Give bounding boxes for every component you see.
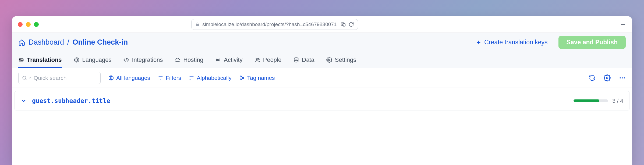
translation-key-name: guest.subheader.title — [32, 97, 110, 104]
activity-icon — [215, 57, 221, 63]
tool-link-label: Tag names — [247, 75, 275, 81]
svg-point-14 — [294, 58, 298, 59]
svg-point-12 — [256, 58, 257, 60]
browser-window: simplelocalize.io/dashboard/projects/?ha… — [12, 16, 632, 165]
svg-line-30 — [241, 78, 243, 79]
database-icon — [293, 57, 299, 63]
svg-text:A文: A文 — [19, 59, 23, 61]
translation-key-row[interactable]: guest.subheader.title 3 / 4 — [15, 91, 629, 110]
browser-toolbar: simplelocalize.io/dashboard/projects/?ha… — [12, 16, 632, 33]
tab-label: Integrations — [132, 56, 163, 63]
filters-button[interactable]: Filters — [158, 75, 181, 81]
tool-link-label: Filters — [166, 75, 181, 81]
progress-text: 3 / 4 — [612, 98, 623, 104]
translation-key-list: guest.subheader.title 3 / 4 — [12, 91, 632, 110]
tool-link-label: Alphabetically — [197, 75, 232, 81]
toolbar: All languages Filters Alphabetically Tag… — [12, 68, 632, 88]
code-icon — [123, 57, 129, 63]
breadcrumb-separator: / — [67, 38, 69, 46]
home-icon[interactable] — [18, 39, 25, 46]
tab-label: People — [263, 56, 282, 63]
svg-point-16 — [23, 76, 26, 79]
chevron-down-icon[interactable] — [21, 98, 27, 104]
translations-icon: A文 — [18, 57, 24, 63]
settings-gear-icon[interactable] — [604, 74, 611, 81]
close-window-button[interactable] — [18, 22, 23, 27]
breadcrumb-dashboard[interactable]: Dashboard — [29, 38, 64, 46]
breadcrumb: Dashboard / Online Check-in — [18, 38, 128, 46]
cloud-icon — [175, 57, 181, 63]
breadcrumb-project[interactable]: Online Check-in — [73, 38, 128, 46]
address-bar[interactable]: simplelocalize.io/dashboard/projects/?ha… — [191, 19, 358, 30]
svg-line-17 — [26, 79, 27, 80]
tab-label: Translations — [27, 56, 62, 63]
globe-icon — [74, 57, 80, 63]
chevron-down-icon — [28, 76, 31, 80]
more-icon[interactable] — [619, 74, 626, 81]
quick-search[interactable] — [18, 72, 101, 84]
svg-point-34 — [624, 77, 625, 78]
translate-icon[interactable] — [341, 22, 346, 27]
progress-indicator: 3 / 4 — [574, 98, 623, 104]
tab-integrations[interactable]: Integrations — [123, 52, 163, 68]
tab-hosting[interactable]: Hosting — [175, 52, 203, 68]
tab-activity[interactable]: Activity — [215, 52, 243, 68]
tab-label: Activity — [224, 56, 243, 63]
tab-data[interactable]: Data — [293, 52, 314, 68]
tab-label: Settings — [335, 56, 356, 63]
save-and-publish-button[interactable]: Save and Publish — [558, 36, 626, 49]
svg-line-10 — [126, 58, 127, 62]
tab-label: Languages — [82, 56, 112, 63]
tab-label: Hosting — [183, 56, 203, 63]
url-text: simplelocalize.io/dashboard/projects/?ha… — [202, 21, 338, 27]
tab-translations[interactable]: A文 Translations — [18, 52, 62, 68]
svg-point-15 — [328, 59, 330, 61]
tab-people[interactable]: People — [254, 52, 282, 68]
window-controls — [18, 22, 39, 27]
gear-icon — [326, 57, 332, 63]
svg-point-32 — [620, 77, 621, 78]
tags-button[interactable]: Tag names — [239, 75, 275, 81]
svg-point-13 — [258, 58, 259, 60]
tool-link-label: All languages — [116, 75, 150, 81]
tab-settings[interactable]: Settings — [326, 52, 356, 68]
minimize-window-button[interactable] — [26, 22, 31, 27]
svg-point-11 — [217, 59, 219, 61]
reload-icon[interactable] — [349, 22, 354, 27]
app-header: Dashboard / Online Check-in Create trans… — [12, 33, 632, 52]
tab-label: Data — [302, 56, 314, 63]
svg-point-31 — [606, 77, 608, 79]
refresh-icon[interactable] — [589, 74, 596, 81]
svg-line-29 — [241, 77, 243, 78]
tab-languages[interactable]: Languages — [74, 52, 112, 68]
progress-fill — [574, 99, 599, 102]
maximize-window-button[interactable] — [34, 22, 39, 27]
new-tab-icon[interactable] — [620, 21, 626, 28]
search-icon — [22, 75, 27, 81]
all-languages-filter[interactable]: All languages — [108, 75, 150, 81]
svg-point-33 — [622, 77, 623, 78]
lock-icon — [195, 22, 200, 27]
sort-button[interactable]: Alphabetically — [189, 75, 232, 81]
progress-bar — [574, 99, 608, 102]
search-input[interactable] — [34, 75, 97, 81]
tab-bar: A文 Translations Languages Integrations H… — [12, 52, 632, 68]
people-icon — [254, 57, 260, 63]
create-translation-keys-button[interactable]: Create translation keys — [476, 39, 547, 46]
create-keys-label: Create translation keys — [484, 39, 547, 46]
